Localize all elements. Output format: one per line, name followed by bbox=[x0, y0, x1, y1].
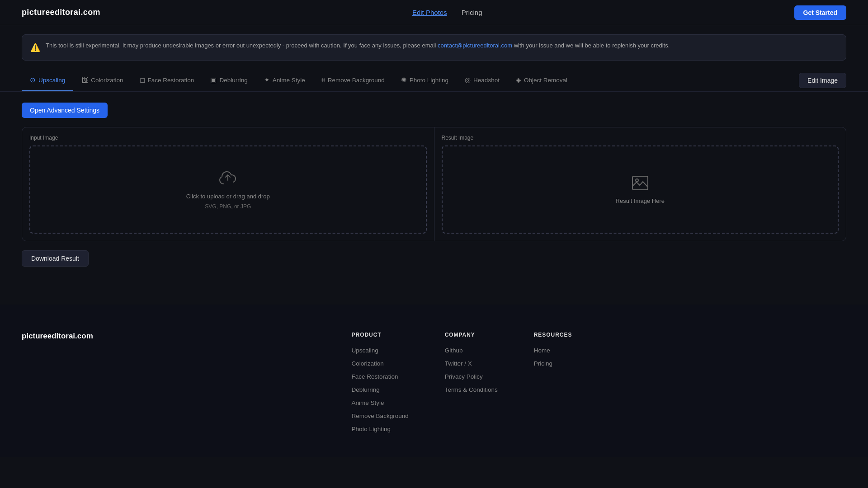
headshot-tab-label: Headshot bbox=[473, 77, 500, 84]
tab-anime-style[interactable]: ✦Anime Style bbox=[256, 70, 313, 91]
main-content: Open Advanced Settings Input Image Click… bbox=[0, 92, 868, 277]
header-logo: pictureeditorai.com bbox=[22, 8, 100, 17]
footer-link-1-0[interactable]: Github bbox=[445, 347, 498, 354]
header-nav: Edit Photos Pricing bbox=[412, 9, 482, 16]
footer-link-0-5[interactable]: Remove Background bbox=[352, 413, 409, 419]
footer-link-0-6[interactable]: Photo Lighting bbox=[352, 426, 409, 432]
anime-style-tab-icon: ✦ bbox=[264, 76, 270, 84]
banner-text: This tool is still experimental. It may … bbox=[46, 41, 670, 50]
tabs: ⊙Upscaling🖼Colorization◻Face Restoration… bbox=[22, 70, 576, 91]
input-panel-label: Input Image bbox=[29, 135, 427, 141]
footer-link-0-2[interactable]: Face Restoration bbox=[352, 373, 409, 380]
tab-colorization[interactable]: 🖼Colorization bbox=[73, 70, 131, 91]
deblurring-tab-icon: ▣ bbox=[210, 76, 217, 84]
footer-brand: pictureeditorai.com bbox=[22, 332, 352, 439]
tab-photo-lighting[interactable]: ✺Photo Lighting bbox=[393, 70, 457, 91]
face-restoration-tab-icon: ◻ bbox=[140, 76, 145, 84]
anime-style-tab-label: Anime Style bbox=[273, 77, 305, 84]
pricing-link[interactable]: Pricing bbox=[462, 9, 482, 16]
result-image-text: Result Image Here bbox=[616, 197, 665, 204]
footer-column-2: RESOURCESHomePricing bbox=[534, 332, 572, 439]
photo-lighting-tab-icon: ✺ bbox=[401, 76, 407, 84]
tab-remove-background[interactable]: ⌗Remove Background bbox=[313, 70, 393, 91]
footer-link-1-1[interactable]: Twitter / X bbox=[445, 360, 498, 367]
upload-text: Click to upload or drag and drop bbox=[186, 193, 270, 200]
footer-link-1-2[interactable]: Privacy Policy bbox=[445, 373, 498, 380]
result-area: Result Image Here bbox=[442, 145, 839, 234]
footer-col-1-title: COMPANY bbox=[445, 332, 498, 338]
footer-link-0-4[interactable]: Anime Style bbox=[352, 399, 409, 406]
open-advanced-settings-button[interactable]: Open Advanced Settings bbox=[22, 103, 108, 118]
upscaling-tab-label: Upscaling bbox=[38, 77, 65, 84]
footer-columns: PRODUCTUpscalingColorizationFace Restora… bbox=[352, 332, 846, 439]
edit-photos-link[interactable]: Edit Photos bbox=[412, 9, 447, 16]
footer-link-0-0[interactable]: Upscaling bbox=[352, 347, 409, 354]
tab-object-removal[interactable]: ◈Object Removal bbox=[508, 70, 576, 91]
footer-logo: pictureeditorai.com bbox=[22, 332, 352, 341]
header: pictureeditorai.com Edit Photos Pricing … bbox=[0, 0, 868, 25]
result-image-icon bbox=[632, 175, 649, 194]
footer-link-2-1[interactable]: Pricing bbox=[534, 360, 572, 367]
photo-lighting-tab-label: Photo Lighting bbox=[410, 77, 448, 84]
footer-link-1-3[interactable]: Terms & Conditions bbox=[445, 386, 498, 393]
tabs-container: ⊙Upscaling🖼Colorization◻Face Restoration… bbox=[0, 70, 868, 92]
footer-link-0-1[interactable]: Colorization bbox=[352, 360, 409, 367]
svg-point-1 bbox=[636, 179, 638, 182]
input-panel: Input Image Click to upload or drag and … bbox=[22, 127, 434, 241]
result-panel-label: Result Image bbox=[442, 135, 839, 141]
tab-face-restoration[interactable]: ◻Face Restoration bbox=[132, 70, 203, 91]
footer-link-0-3[interactable]: Deblurring bbox=[352, 386, 409, 393]
footer-col-2-title: RESOURCES bbox=[534, 332, 572, 338]
deblurring-tab-label: Deblurring bbox=[219, 77, 247, 84]
upscaling-tab-icon: ⊙ bbox=[30, 76, 36, 84]
face-restoration-tab-label: Face Restoration bbox=[148, 77, 194, 84]
warning-banner: ⚠️ This tool is still experimental. It m… bbox=[22, 34, 846, 61]
footer-column-1: COMPANYGithubTwitter / XPrivacy PolicyTe… bbox=[445, 332, 498, 439]
headshot-tab-icon: ◎ bbox=[465, 76, 471, 84]
footer-col-0-title: PRODUCT bbox=[352, 332, 409, 338]
upload-area[interactable]: Click to upload or drag and drop SVG, PN… bbox=[29, 145, 427, 234]
object-removal-tab-icon: ◈ bbox=[516, 76, 521, 84]
footer-link-2-0[interactable]: Home bbox=[534, 347, 572, 354]
banner-email-link[interactable]: contact@pictureeditorai.com bbox=[438, 42, 512, 49]
panels-wrapper: Input Image Click to upload or drag and … bbox=[22, 127, 846, 241]
footer: pictureeditorai.com PRODUCTUpscalingColo… bbox=[0, 305, 868, 457]
upload-subtext: SVG, PNG, or JPG bbox=[205, 203, 251, 210]
svg-rect-0 bbox=[632, 176, 648, 190]
colorization-tab-icon: 🖼 bbox=[81, 76, 88, 84]
download-result-button[interactable]: Download Result bbox=[22, 250, 89, 267]
warning-icon: ⚠️ bbox=[30, 42, 40, 54]
result-panel: Result Image Result Image Here bbox=[434, 127, 846, 241]
get-started-button[interactable]: Get Started bbox=[794, 5, 846, 20]
remove-background-tab-icon: ⌗ bbox=[321, 76, 325, 84]
footer-column-0: PRODUCTUpscalingColorizationFace Restora… bbox=[352, 332, 409, 439]
colorization-tab-label: Colorization bbox=[91, 77, 123, 84]
tab-headshot[interactable]: ◎Headshot bbox=[457, 70, 508, 91]
remove-background-tab-label: Remove Background bbox=[328, 77, 385, 84]
tab-deblurring[interactable]: ▣Deblurring bbox=[202, 70, 255, 91]
upload-cloud-icon bbox=[219, 169, 237, 189]
tab-upscaling[interactable]: ⊙Upscaling bbox=[22, 70, 73, 91]
object-removal-tab-label: Object Removal bbox=[524, 77, 567, 84]
edit-image-button[interactable]: Edit Image bbox=[799, 73, 846, 88]
